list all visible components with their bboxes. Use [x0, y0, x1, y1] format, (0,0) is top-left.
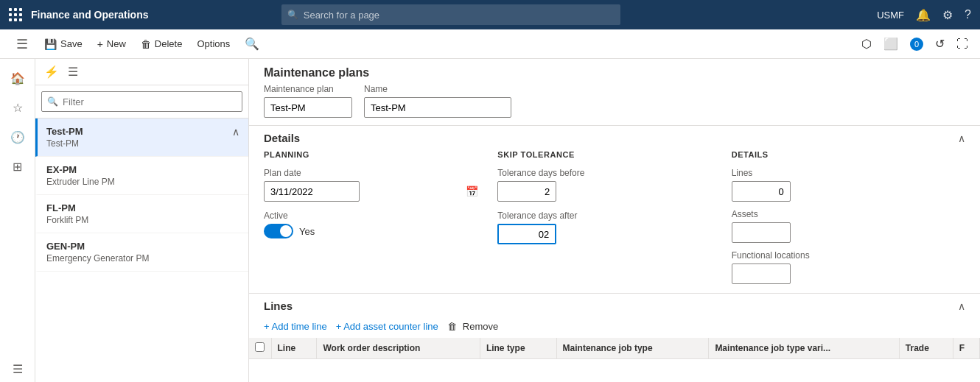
delete-icon: 🗑	[141, 38, 151, 50]
assets-input[interactable]	[732, 222, 791, 243]
lines-input[interactable]	[732, 181, 791, 202]
f-column-header: F	[953, 338, 979, 359]
options-button[interactable]: Options	[191, 35, 236, 52]
lines-section-header: Lines ∧	[249, 294, 980, 318]
trade-column-header: Trade	[899, 338, 953, 359]
active-group: Active Yes	[264, 211, 483, 238]
maintenance-plan-form-row: Maintenance plan Name	[249, 84, 980, 125]
sidebar-icons: 🏠 ☆ 🕐 ⊞ ☰	[0, 59, 35, 382]
add-time-line-button[interactable]: + Add time line	[264, 321, 327, 332]
select-all-checkbox[interactable]	[255, 342, 265, 352]
search-icon: 🔍	[287, 10, 298, 20]
main-content: Maintenance plans Maintenance plan Name …	[249, 59, 980, 382]
top-nav-right: USMF 🔔 ⚙ ?	[877, 8, 971, 22]
recent-icon-btn[interactable]: 🕐	[4, 124, 31, 150]
star-icon-btn[interactable]: ☆	[4, 94, 31, 121]
tolerance-before-input[interactable]	[497, 181, 556, 202]
lines-section: Lines ∧ + Add time line + Add asset coun…	[249, 293, 980, 359]
plan-date-input[interactable]	[264, 181, 360, 202]
home-icon-btn[interactable]: 🏠	[4, 65, 31, 91]
list-item[interactable]: Test-PM Test-PM ∧	[35, 119, 248, 157]
list-panel: ⚡ ☰ 🔍 Test-PM Test-PM ∧ EX-PM Extruder L…	[35, 59, 249, 382]
search-input[interactable]	[281, 4, 620, 25]
plan-date-label: Plan date	[264, 168, 483, 178]
search-bar: 🔍	[281, 4, 620, 25]
lines-table: Line Work order description Line type Ma…	[249, 338, 980, 359]
app-grid-icon[interactable]	[9, 8, 22, 21]
name-label: Name	[364, 84, 511, 94]
save-button[interactable]: 💾 Save	[38, 35, 88, 53]
check-column-header	[249, 338, 271, 359]
functional-locations-group: Functional locations	[732, 250, 951, 284]
list-icon-btn[interactable]: ☰	[4, 356, 31, 382]
help-icon[interactable]: ?	[965, 8, 971, 21]
lines-toolbar: + Add time line + Add asset counter line…	[249, 318, 980, 338]
tolerance-before-label: Tolerance days before	[497, 168, 716, 178]
filter-input[interactable]	[41, 91, 242, 112]
maintenance-job-type-column-header: Maintenance job type	[556, 338, 709, 359]
lines-label: Lines	[732, 168, 951, 178]
planning-col: PLANNING Plan date 📅 Active	[264, 150, 497, 284]
workspaces-icon-btn[interactable]: ⊞	[4, 153, 31, 180]
favorites-icon[interactable]: ⬡	[858, 34, 875, 54]
tolerance-after-label: Tolerance days after	[497, 211, 716, 221]
app-title: Finance and Operations	[31, 9, 148, 21]
maintenance-plan-input[interactable]	[264, 97, 352, 118]
details-header[interactable]: Details ∧	[249, 126, 980, 150]
calendar-icon[interactable]: 📅	[466, 185, 478, 197]
user-label: USMF	[877, 10, 904, 21]
filter-icon[interactable]: ⚡	[41, 62, 62, 82]
details-section: Details ∧ PLANNING Plan date 📅 Acti	[249, 125, 980, 293]
delete-button[interactable]: 🗑 Delete	[135, 35, 189, 53]
active-label: Active	[264, 211, 483, 221]
lines-title: Lines	[264, 300, 293, 312]
menu-toggle-button[interactable]: ☰	[9, 31, 35, 57]
list-header-icons: ⚡ ☰	[35, 59, 248, 85]
list-item[interactable]: EX-PM Extruder Line PM	[35, 157, 248, 195]
list-item[interactable]: FL-PM Forklift PM	[35, 195, 248, 233]
chevron-up-icon: ∧	[232, 126, 239, 138]
list-item[interactable]: GEN-PM Emergency Generator PM	[35, 233, 248, 272]
maintenance-plans-header: Maintenance plans	[249, 59, 980, 84]
toolbar-search-button[interactable]: 🔍	[239, 34, 265, 54]
remove-icon: 🗑	[447, 321, 457, 332]
details-chevron-up-icon: ∧	[958, 132, 965, 144]
plus-icon: +	[97, 38, 103, 50]
add-asset-counter-line-button[interactable]: + Add asset counter line	[336, 321, 438, 332]
line-column-header: Line	[271, 338, 317, 359]
lines-group: Lines	[732, 168, 951, 202]
toolbar: ☰ 💾 Save + New 🗑 Delete Options 🔍 ⬡ ⬜ 0 …	[0, 29, 980, 59]
maintenance-job-type-vari-column-header: Maintenance job type vari...	[709, 338, 899, 359]
active-toggle-label: Yes	[299, 226, 315, 237]
active-toggle[interactable]	[264, 224, 293, 238]
assets-label: Assets	[732, 209, 951, 219]
list-filter: 🔍	[35, 85, 248, 119]
new-button[interactable]: + New	[91, 35, 132, 53]
notification-icon[interactable]: 🔔	[916, 8, 931, 22]
tolerance-after-input[interactable]	[497, 224, 556, 244]
open-in-new-icon[interactable]: ⬜	[881, 34, 901, 54]
maintenance-plans-title: Maintenance plans	[264, 66, 369, 79]
list-view-icon[interactable]: ☰	[65, 62, 81, 82]
planning-header: PLANNING	[264, 150, 483, 162]
details-grid: PLANNING Plan date 📅 Active	[249, 150, 980, 293]
lines-chevron-up-icon: ∧	[958, 300, 965, 312]
functional-locations-label: Functional locations	[732, 250, 951, 261]
functional-locations-input[interactable]	[732, 263, 791, 284]
work-order-desc-column-header: Work order description	[317, 338, 480, 359]
maintenance-plan-label: Maintenance plan	[264, 84, 352, 94]
remove-button[interactable]: 🗑 Remove	[447, 321, 498, 332]
refresh-icon[interactable]: ↺	[932, 34, 948, 54]
save-icon: 💾	[44, 38, 57, 50]
name-group: Name	[364, 84, 511, 118]
settings-icon[interactable]: ⚙	[942, 8, 953, 22]
tolerance-before-group: Tolerance days before	[497, 168, 716, 202]
maintenance-plan-group: Maintenance plan	[264, 84, 352, 118]
badge-icon[interactable]: 0	[907, 34, 926, 54]
name-input[interactable]	[364, 97, 511, 118]
line-type-column-header: Line type	[480, 338, 556, 359]
skip-tolerance-header: SKIP TOLERANCE	[497, 150, 716, 162]
fullscreen-icon[interactable]: ⛶	[953, 35, 971, 54]
toolbar-right: ⬡ ⬜ 0 ↺ ⛶	[858, 34, 971, 54]
plan-date-group: Plan date 📅	[264, 168, 483, 202]
